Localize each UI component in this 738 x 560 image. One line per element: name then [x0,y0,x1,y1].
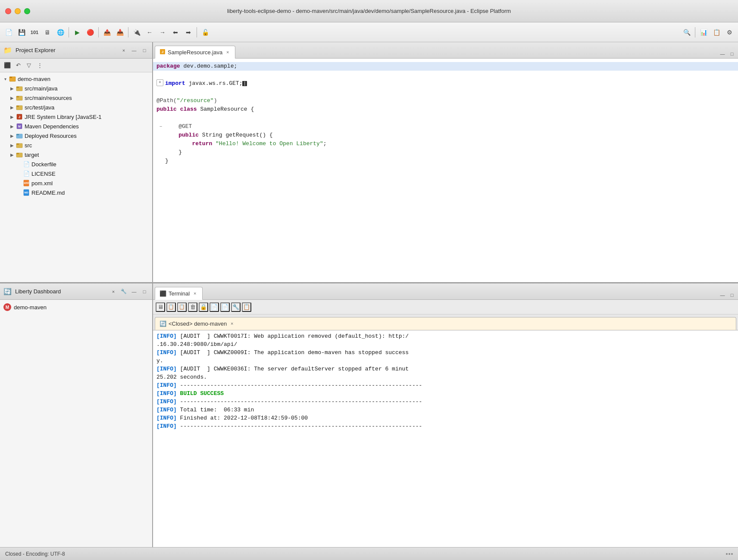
toolbar-btn-nav-back[interactable]: ⬅ [169,26,181,38]
terminal-normal-2b: y. [156,357,163,365]
terminal-btn-monitor[interactable]: 🖥 [156,302,165,312]
toolbar-btn-connect[interactable]: 🔌 [131,26,143,38]
liberty-dashboard-title: Liberty Dashboard [15,288,107,295]
arrow-icon-target: ▶ [9,151,16,158]
terminal-btn-copy1[interactable]: 📋 [166,302,176,312]
terminal-info-4: [INFO] [156,381,177,389]
tree-item-target[interactable]: ▶ target [0,150,152,159]
editor-maximize-icon[interactable]: □ [728,50,736,58]
explorer-collapse-btn[interactable]: ⬛ [3,61,12,70]
editor-minimize-icon[interactable]: — [718,50,727,58]
editor-tab-close[interactable]: × [225,49,231,55]
liberty-label-demo-maven: demo-maven [14,304,47,311]
svg-rect-1 [9,77,12,78]
terminal-maximize-icon[interactable]: □ [728,291,736,299]
toolbar-btn-save[interactable]: 💾 [16,26,28,38]
close-button[interactable] [5,8,11,14]
tree-item-src-test-java[interactable]: ▶ src/test/java [0,103,152,112]
terminal-btn-copy2[interactable]: 📋 [177,302,187,312]
terminal-info-1: [INFO] [156,332,177,340]
tree-item-maven-deps[interactable]: ▶ M Maven Dependencies [0,121,152,131]
terminal-btn-paste[interactable]: 📋 [242,302,251,312]
project-explorer-maximize-icon[interactable]: □ [140,46,149,55]
arrow-icon-src: ▶ [9,142,16,149]
toolbar-btn-new[interactable]: 📄 [3,26,15,38]
tree-item-pom-xml[interactable]: xml pom.xml [0,178,152,188]
toolbar-btn-monitor[interactable]: 🖥 [41,26,53,38]
terminal-normal-8: Finished at: 2022-12-08T18:42:59-05:00 [177,414,308,422]
terminal-btn-doc1[interactable]: 📄 [210,302,219,312]
terminal-audit-3: [AUDIT ] CWWKE0036I: The server defaultS… [177,365,409,373]
tree-item-jre-system[interactable]: ▶ J JRE System Library [JavaSE-1 [0,112,152,121]
main-toolbar: 📄 💾 101 🖥 🌐 ▶ 🔴 📤 📥 🔌 ← → ⬅ ➡ 🔓 🔍 📊 📋 ⚙ [0,22,738,42]
tree-item-src[interactable]: ▶ src [0,140,152,150]
terminal-sub-tab-close[interactable]: × [229,320,235,327]
tree-label-src-test-java: src/test/java [25,104,54,111]
status-dot-3 [731,553,733,555]
tree-item-dockerfile[interactable]: 📄 Dockerfile [0,159,152,169]
terminal-tab-main[interactable]: ⬛ Terminal × [155,287,203,300]
toolbar-btn-perspective1[interactable]: 📊 [697,26,710,38]
tree-label-src-main-resources: src/main/resources [25,95,72,101]
status-dots [726,553,733,555]
terminal-sub-tab-demo-maven[interactable]: 🔄 <Closed> demo-maven × [155,317,736,330]
terminal-btn-delete[interactable]: 🗑 [188,302,197,312]
liberty-minimize-btn[interactable]: — [130,287,138,296]
terminal-btn-doc2[interactable]: 📄 [220,302,230,312]
terminal-tab-close[interactable]: × [192,290,198,296]
explorer-link-btn[interactable]: ↶ [13,61,23,70]
explorer-filter-btn[interactable]: ▽ [24,61,34,70]
tree-item-src-main-resources[interactable]: ▶ src/main/resources [0,93,152,103]
terminal-line-3: [INFO] [AUDIT ] CWWKE0036I: The server d… [156,365,735,373]
liberty-dashboard-panel: 🔄 Liberty Dashboard × 🔧 — □ M demo-maven [0,283,153,547]
tree-item-src-main-java[interactable]: ▶ src/main/java [0,84,152,93]
toolbar-btn-globe[interactable]: 🌐 [54,26,66,38]
terminal-line-2: [INFO] [AUDIT ] CWWKZ0009I: The applicat… [156,348,735,357]
toolbar-btn-debug[interactable]: ▶ [71,26,83,38]
title-bar: liberty-tools-eclipse-demo - demo-maven/… [0,0,738,22]
arrow-icon-jre-system: ▶ [9,113,16,120]
toolbar-btn-perspective3[interactable]: ⚙ [723,26,735,38]
toolbar-btn-open[interactable]: 🔓 [199,26,211,38]
tree-label-src: src [25,142,32,149]
code-editor[interactable]: package dev.demo.sample; + import javax.… [153,59,738,282]
terminal-btn-settings[interactable]: 🔧 [231,302,241,312]
toolbar-btn-101[interactable]: 101 [28,26,41,38]
tree-item-readme[interactable]: MD README.md [0,188,152,197]
tree-item-deployed-resources[interactable]: ▶ Deployed Resources [0,131,152,140]
terminal-btn-lock[interactable]: 🔒 [199,302,208,312]
liberty-tree: M demo-maven [0,300,152,547]
arrow-icon-maven-deps: ▶ [9,123,16,130]
terminal-minimize-icon[interactable]: — [718,291,727,299]
liberty-maximize-btn[interactable]: □ [140,287,149,296]
code-line-7 [153,114,738,122]
toolbar-btn-perspective2[interactable]: 📋 [710,26,722,38]
editor-tab-sample-resource[interactable]: J SampleResource.java × [155,46,235,59]
tree-item-demo-maven[interactable]: ▾ demo-maven [0,74,152,84]
project-explorer-close-icon[interactable]: × [119,46,128,55]
maximize-button[interactable] [24,8,30,14]
toolbar-btn-arrow-right[interactable]: → [156,26,169,38]
toolbar-btn-forward[interactable]: 📥 [114,26,126,38]
terminal-line-8: [INFO] Finished at: 2022-12-08T18:42:59-… [156,414,735,422]
liberty-item-demo-maven[interactable]: M demo-maven [0,302,152,313]
terminal-panel-icons: — □ [718,291,736,299]
arrow-placeholder-readme [16,189,22,196]
toolbar-btn-arrow-left[interactable]: ← [144,26,156,38]
toolbar-btn-nav-forward[interactable]: ➡ [182,26,194,38]
tree-item-license[interactable]: 📄 LICENSE [0,169,152,178]
toolbar-btn-back[interactable]: 📤 [101,26,113,38]
toolbar-btn-search[interactable]: 🔍 [681,26,693,38]
tree-label-demo-maven: demo-maven [18,76,50,82]
explorer-menu-btn[interactable]: ⋮ [35,61,44,70]
liberty-close-btn[interactable]: × [109,287,118,296]
minimize-button[interactable] [15,8,21,14]
liberty-tool-btn[interactable]: 🔧 [119,287,128,296]
library-icon-jre: J [16,113,23,121]
liberty-logo-icon: 🔄 [3,288,12,296]
terminal-normal-4: ----------------------------------------… [177,381,422,389]
traffic-lights [5,8,30,14]
expand-import-icon[interactable]: + [156,79,163,86]
project-explorer-minimize-icon[interactable]: — [130,46,138,55]
toolbar-btn-run[interactable]: 🔴 [84,26,96,38]
